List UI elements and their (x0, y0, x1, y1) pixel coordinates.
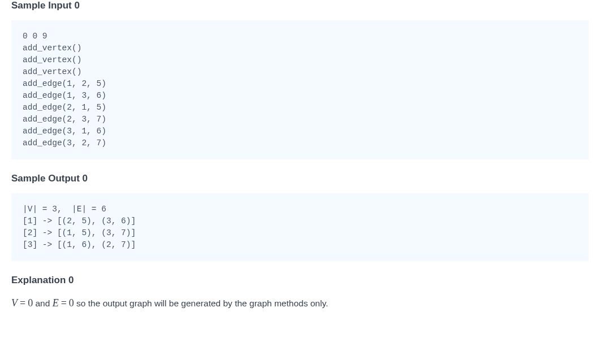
math-v-val: 0 (28, 297, 33, 309)
math-eq2: = (59, 297, 69, 309)
sample-output-code: |V| = 3, |E| = 6 [1] -> [(2, 5), (3, 6)]… (11, 193, 589, 261)
sample-output-section: Sample Output 0 |V| = 3, |E| = 6 [1] -> … (0, 173, 600, 261)
explanation-tail: so the output graph will be generated by… (74, 298, 329, 308)
explanation-heading: Explanation 0 (11, 275, 589, 286)
explanation-section: Explanation 0 V=0 and E=0 so the output … (0, 275, 600, 311)
math-e-var: E (53, 297, 59, 309)
sample-input-heading: Sample Input 0 (11, 0, 589, 11)
sample-output-heading: Sample Output 0 (11, 173, 589, 184)
math-e-val: 0 (69, 297, 74, 309)
sample-input-section: Sample Input 0 0 0 9 add_vertex() add_ve… (0, 0, 600, 159)
explanation-text: V=0 and E=0 so the output graph will be … (11, 295, 589, 311)
sample-input-code: 0 0 9 add_vertex() add_vertex() add_vert… (11, 20, 589, 159)
math-eq1: = (18, 297, 28, 309)
math-and: and (33, 298, 52, 308)
math-v-var: V (11, 297, 18, 309)
